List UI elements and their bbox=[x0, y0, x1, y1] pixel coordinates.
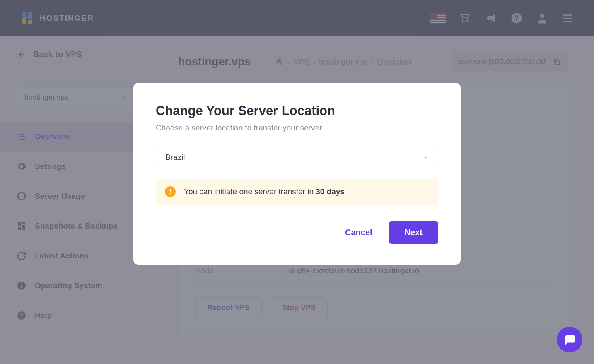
chat-widget[interactable] bbox=[557, 327, 582, 352]
location-select[interactable]: Brazil bbox=[156, 146, 438, 169]
location-selected-value: Brazil bbox=[165, 153, 185, 162]
warning-icon: ! bbox=[165, 186, 176, 197]
modal-subtitle: Choose a server location to transfer you… bbox=[156, 123, 438, 133]
chat-icon bbox=[563, 333, 576, 346]
next-button[interactable]: Next bbox=[389, 221, 438, 244]
alert-strong: 30 days bbox=[316, 187, 345, 196]
chevron-down-icon bbox=[423, 154, 429, 160]
modal-title: Change Your Server Location bbox=[156, 104, 438, 118]
change-location-modal: Change Your Server Location Choose a ser… bbox=[133, 83, 461, 265]
transfer-warning: ! You can initiate one server transfer i… bbox=[156, 179, 438, 205]
alert-text: You can initiate one server transfer in bbox=[184, 187, 316, 196]
cancel-button[interactable]: Cancel bbox=[345, 228, 372, 237]
modal-overlay[interactable]: Change Your Server Location Choose a ser… bbox=[0, 0, 594, 364]
